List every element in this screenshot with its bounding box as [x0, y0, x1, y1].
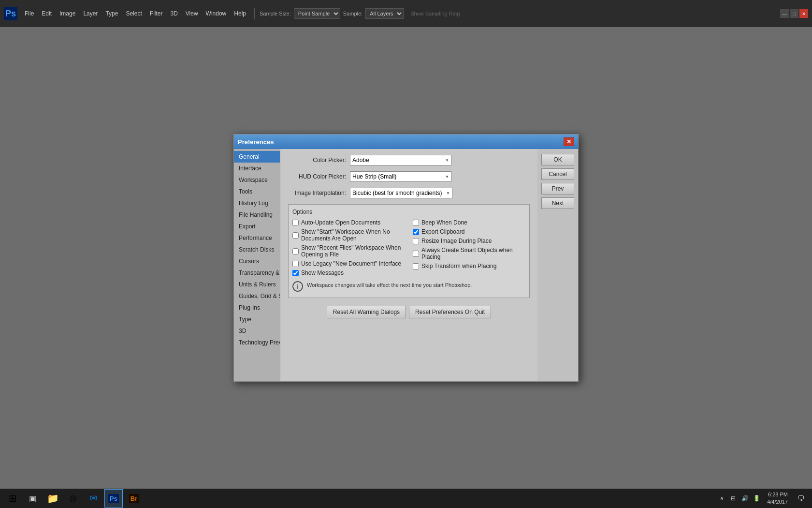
checkbox-use-legacy[interactable]: Use Legacy "New Document" Interface	[292, 260, 405, 267]
action-buttons-column: OK Cancel Prev Next	[537, 149, 578, 214]
menu-help[interactable]: Help	[231, 8, 249, 19]
menu-select[interactable]: Select	[122, 8, 145, 19]
sidebar-item-workspace[interactable]: Workspace	[234, 174, 280, 186]
checkbox-export-clipboard-label: Export Clipboard	[421, 228, 464, 235]
photoshop-taskbar-icon: Ps	[108, 494, 119, 503]
cancel-button[interactable]: Cancel	[541, 168, 574, 180]
menu-file[interactable]: File	[21, 8, 37, 19]
checkbox-beep-done[interactable]: Beep When Done	[413, 219, 525, 226]
dialog-titlebar: Preferences ✕	[234, 134, 578, 149]
options-col-left: Auto-Update Open Documents Show "Start" …	[292, 219, 405, 276]
checkbox-use-legacy-label: Use Legacy "New Document" Interface	[301, 260, 401, 267]
sidebar-item-plug-ins[interactable]: Plug-Ins	[234, 302, 280, 314]
explorer-button[interactable]: 📁	[44, 489, 62, 508]
dialog-body: General Interface Workspace Tools Histor…	[234, 149, 578, 381]
checkbox-show-start-input[interactable]	[292, 232, 299, 239]
reset-warning-dialogs-button[interactable]: Reset All Warning Dialogs	[327, 306, 406, 318]
sidebar-item-type[interactable]: Type	[234, 314, 280, 325]
sidebar-item-cursors[interactable]: Cursors	[234, 255, 280, 267]
tool-options: Sample Size: Point Sample Sample: All La…	[260, 8, 778, 19]
checkbox-resize-placing-input[interactable]	[413, 238, 419, 244]
sidebar-item-guides-grid[interactable]: Guides, Grid & Slices	[234, 290, 280, 302]
chrome-button[interactable]: ◎	[64, 489, 82, 508]
hud-color-picker-label: HUD Color Picker:	[288, 173, 346, 180]
windows-logo: ⊞	[9, 493, 17, 504]
maximize-btn[interactable]: □	[790, 9, 798, 18]
outlook-button[interactable]: ✉	[84, 489, 102, 508]
checkbox-always-create-label: Always Create Smart Objects when Placing	[421, 247, 525, 260]
reset-preferences-button[interactable]: Reset Preferences On Quit	[409, 306, 491, 318]
minimize-btn[interactable]: —	[780, 9, 789, 18]
clock-date: 4/4/2017	[767, 498, 788, 506]
info-row: i Workspace changes will take effect the…	[292, 279, 525, 294]
prev-button[interactable]: Prev	[541, 183, 574, 194]
checkbox-export-clipboard-input[interactable]	[413, 229, 419, 235]
options-col-right: Beep When Done Export Clipboard Resize I…	[413, 219, 525, 276]
sidebar-item-transparency[interactable]: Transparency & Gamut	[234, 267, 280, 279]
dialog-close-button[interactable]: ✕	[564, 137, 574, 146]
photoshop-taskbar-button[interactable]: Ps	[104, 489, 123, 508]
checkbox-use-legacy-input[interactable]	[292, 261, 299, 267]
outlook-icon: ✉	[90, 493, 97, 504]
close-btn[interactable]: ✕	[799, 9, 808, 18]
menu-layer[interactable]: Layer	[80, 8, 101, 19]
tray-network[interactable]: ⊟	[728, 493, 738, 503]
menu-edit[interactable]: Edit	[38, 8, 55, 19]
options-title: Options	[292, 209, 525, 215]
sample-select[interactable]: All Layers	[365, 8, 404, 19]
checkbox-auto-update-input[interactable]	[292, 220, 299, 226]
menu-window[interactable]: Window	[203, 8, 230, 19]
tray-battery[interactable]: 🔋	[752, 493, 761, 503]
preferences-dialog: Preferences ✕ General Interface Workspac…	[233, 134, 579, 382]
checkbox-auto-update[interactable]: Auto-Update Open Documents	[292, 219, 405, 226]
tray-arrow[interactable]: ∧	[717, 493, 726, 503]
checkbox-resize-placing[interactable]: Resize Image During Place	[413, 238, 525, 244]
sidebar-item-export[interactable]: Export	[234, 221, 280, 232]
sidebar-item-performance[interactable]: Performance	[234, 232, 280, 244]
checkbox-show-recent[interactable]: Show "Recent Files" Workspace When Openi…	[292, 244, 405, 258]
checkbox-show-messages-label: Show Messages	[301, 269, 344, 276]
sidebar-item-tech-previews[interactable]: Technology Previews	[234, 337, 280, 348]
sidebar-item-general[interactable]: General	[234, 151, 280, 163]
checkbox-always-create-input[interactable]	[413, 251, 419, 257]
checkbox-skip-transform-input[interactable]	[413, 263, 419, 269]
menu-view[interactable]: View	[182, 8, 202, 19]
sidebar-item-file-handling[interactable]: File Handling	[234, 209, 280, 221]
info-icon: i	[292, 281, 303, 292]
info-text: Workspace changes will take effect the n…	[307, 281, 472, 288]
hud-color-picker-select[interactable]: Hue Strip (Small)	[350, 171, 451, 182]
sample-size-select[interactable]: Point Sample	[294, 8, 340, 19]
checkbox-export-clipboard[interactable]: Export Clipboard	[413, 228, 525, 235]
checkbox-skip-transform[interactable]: Skip Transform when Placing	[413, 263, 525, 269]
sidebar-item-scratch-disks[interactable]: Scratch Disks	[234, 244, 280, 255]
checkbox-show-start[interactable]: Show "Start" Workspace When No Documents…	[292, 228, 405, 242]
checkbox-always-create[interactable]: Always Create Smart Objects when Placing	[413, 247, 525, 260]
checkbox-show-recent-label: Show "Recent Files" Workspace When Openi…	[301, 244, 405, 258]
checkbox-show-messages-input[interactable]	[292, 270, 299, 276]
checkbox-show-messages[interactable]: Show Messages	[292, 269, 405, 276]
sidebar-item-interface[interactable]: Interface	[234, 163, 280, 174]
bridge-taskbar-button[interactable]: Br	[125, 489, 143, 508]
menu-image[interactable]: Image	[56, 8, 79, 19]
checkbox-beep-done-input[interactable]	[413, 220, 419, 226]
task-view-button[interactable]: ▣	[23, 489, 42, 508]
hud-color-picker-wrapper: Hue Strip (Small)	[350, 171, 451, 182]
tray-volume[interactable]: 🔊	[740, 493, 750, 503]
sidebar-item-history-log[interactable]: History Log	[234, 197, 280, 209]
sidebar-item-units-rulers[interactable]: Units & Rulers	[234, 279, 280, 290]
sidebar-item-tools[interactable]: Tools	[234, 186, 280, 197]
image-interpolation-label: Image Interpolation:	[288, 190, 346, 196]
taskbar-clock[interactable]: 6:28 PM 4/4/2017	[763, 491, 792, 506]
color-picker-select[interactable]: Adobe Windows	[350, 155, 451, 165]
notifications-button[interactable]: 🗨	[794, 489, 808, 508]
menu-type[interactable]: Type	[102, 8, 121, 19]
start-button[interactable]: ⊞	[4, 490, 21, 507]
checkbox-beep-done-label: Beep When Done	[421, 219, 467, 226]
checkbox-show-recent-input[interactable]	[292, 248, 299, 254]
sidebar-item-3d[interactable]: 3D	[234, 325, 280, 337]
ok-button[interactable]: OK	[541, 154, 574, 165]
menu-filter[interactable]: Filter	[146, 8, 166, 19]
next-button[interactable]: Next	[541, 197, 574, 209]
image-interpolation-select[interactable]: Bicubic (best for smooth gradients)	[350, 188, 452, 198]
menu-3d[interactable]: 3D	[167, 8, 181, 19]
